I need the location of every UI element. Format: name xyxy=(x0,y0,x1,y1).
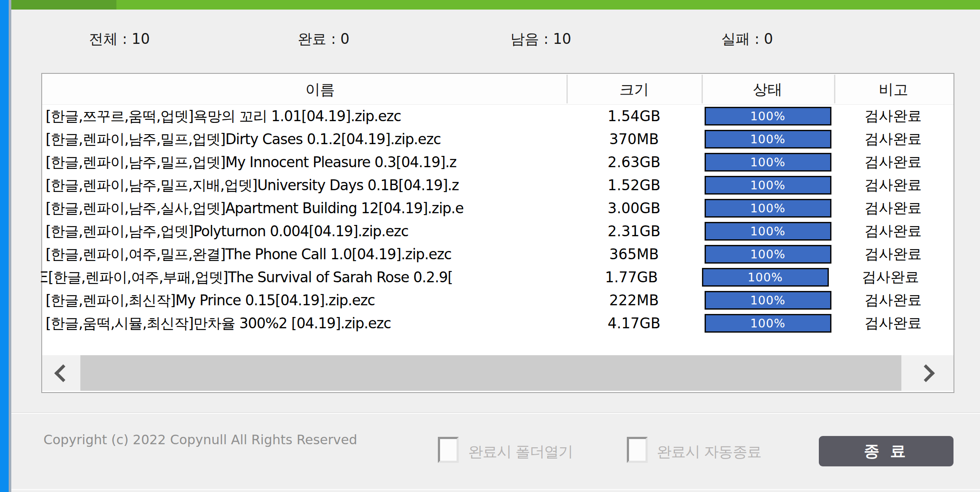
file-name: [한글,움떡,시뮬,최신작]만차율 300%2 [04.19].zip.ezc xyxy=(42,312,566,335)
list-header: 이름 크기 상태 비고 xyxy=(42,74,954,105)
stat-total: 전체 : 10 xyxy=(89,30,150,49)
column-header-note[interactable]: 비고 xyxy=(879,80,908,100)
file-name: [한글,렌파이,남주,밀프,지배,업뎃]University Days 0.1B… xyxy=(42,174,566,197)
progress-bar: 100% xyxy=(705,245,831,264)
file-name: [한글,렌파이,남주,밀프,업뎃]Dirty Cases 0.1.2[04.19… xyxy=(42,128,566,151)
file-status: 100% xyxy=(702,153,834,172)
file-status: 100% xyxy=(702,222,834,241)
file-note: 검사완료 xyxy=(831,267,950,287)
header-divider xyxy=(834,75,835,103)
file-size: 370MB xyxy=(566,131,702,148)
file-name: [한글,렌파이,여주,밀프,완결]The Phone Call 1.0[04.1… xyxy=(42,243,566,266)
header-divider xyxy=(702,75,703,103)
progress-percent: 100% xyxy=(750,132,785,146)
close-button[interactable]: 종 료 xyxy=(819,436,954,466)
chevron-left-icon xyxy=(54,364,72,382)
file-name: [한글,렌파이,최신작]My Prince 0.15[04.19].zip.ez… xyxy=(42,289,566,312)
file-size: 222MB xyxy=(566,292,702,309)
stat-failed: 실패 : 0 xyxy=(721,30,773,49)
copyright-text: Copyright (c) 2022 Copynull All Rights R… xyxy=(43,432,357,447)
chevron-right-icon xyxy=(917,364,934,382)
table-row[interactable]: [한글,움떡,시뮬,최신작]만차율 300%2 [04.19].zip.ezc … xyxy=(42,312,954,335)
progress-bar: 100% xyxy=(705,314,831,333)
table-row[interactable]: [한글,렌파이,남주,밀프,지배,업뎃]University Days 0.1B… xyxy=(42,174,954,197)
scrollbar-thumb[interactable] xyxy=(80,355,901,391)
file-note: 검사완료 xyxy=(834,106,952,126)
stat-complete: 완료 : 0 xyxy=(298,30,349,49)
file-note: 검사완료 xyxy=(834,175,952,195)
progress-percent: 100% xyxy=(750,109,785,123)
column-header-name[interactable]: 이름 xyxy=(305,80,335,100)
file-name: [한글,렌파이,남주,밀프,업뎃]My Innocent Pleasure 0.… xyxy=(42,151,566,174)
table-row[interactable]: Ξ[한글,렌파이,여주,부패,업뎃]The Survival of Sarah … xyxy=(42,266,954,289)
footer-separator-highlight xyxy=(11,413,980,414)
file-status: 100% xyxy=(702,314,834,333)
file-note: 검사완료 xyxy=(834,221,952,241)
progress-percent: 100% xyxy=(750,317,785,330)
file-note: 검사완료 xyxy=(834,244,952,264)
scroll-right-button[interactable] xyxy=(901,355,954,391)
table-row[interactable]: [한글,렌파이,남주,밀프,업뎃]My Innocent Pleasure 0.… xyxy=(42,151,954,174)
file-name: [한글,쯔꾸르,움떡,업뎃]욕망의 꼬리 1.01[04.19].zip.ezc xyxy=(42,105,566,128)
table-row[interactable]: [한글,렌파이,남주,업뎃]Polyturnon 0.004[04.19].zi… xyxy=(42,220,954,243)
header-divider xyxy=(566,75,568,103)
file-status: 100% xyxy=(702,245,834,264)
progress-percent: 100% xyxy=(750,201,785,215)
file-status: 100% xyxy=(702,199,834,218)
table-row[interactable]: [한글,렌파이,남주,실사,업뎃]Apartment Building 12[0… xyxy=(42,197,954,220)
progress-percent: 100% xyxy=(750,155,785,169)
file-note: 검사완료 xyxy=(834,314,952,333)
file-size: 3.00GB xyxy=(566,200,702,217)
progress-percent: 100% xyxy=(748,271,783,284)
file-status: 100% xyxy=(702,107,834,125)
file-name: [한글,렌파이,남주,실사,업뎃]Apartment Building 12[0… xyxy=(42,197,566,220)
progress-bar: 100% xyxy=(705,222,831,241)
progress-percent: 100% xyxy=(750,294,785,307)
file-status: 100% xyxy=(702,291,834,310)
progress-bar: 100% xyxy=(705,199,831,218)
file-size: 2.31GB xyxy=(566,223,702,240)
auto-close-checkbox-label[interactable]: 완료시 자동종료 xyxy=(657,442,761,462)
file-note: 검사완료 xyxy=(834,198,952,218)
horizontal-scrollbar[interactable] xyxy=(42,355,954,391)
file-status: 100% xyxy=(702,176,834,195)
file-size: 4.17GB xyxy=(566,315,702,332)
window-bottom-edge xyxy=(11,489,980,490)
progress-bar: 100% xyxy=(705,153,831,172)
background-window-edge xyxy=(0,0,9,492)
file-note: 검사완료 xyxy=(834,152,952,172)
title-bar-progress-segment xyxy=(11,0,116,10)
progress-bar: 100% xyxy=(705,176,831,195)
scroll-left-button[interactable] xyxy=(42,355,80,391)
auto-close-checkbox[interactable] xyxy=(627,437,648,463)
file-size: 1.54GB xyxy=(566,108,702,125)
table-row[interactable]: [한글,쯔꾸르,움떡,업뎃]욕망의 꼬리 1.01[04.19].zip.ezc… xyxy=(42,105,954,128)
file-size: 1.52GB xyxy=(566,177,702,194)
progress-percent: 100% xyxy=(750,178,785,192)
file-size: 365MB xyxy=(566,246,702,263)
file-size: 1.77GB xyxy=(564,269,699,286)
title-bar[interactable] xyxy=(11,0,980,10)
file-name: Ξ[한글,렌파이,여주,부패,업뎃]The Survival of Sarah … xyxy=(40,266,564,289)
progress-percent: 100% xyxy=(750,225,785,238)
open-folder-checkbox-label[interactable]: 완료시 폴더열기 xyxy=(468,442,573,462)
progress-bar: 100% xyxy=(702,268,829,287)
file-name: [한글,렌파이,남주,업뎃]Polyturnon 0.004[04.19].zi… xyxy=(42,220,566,243)
file-note: 검사완료 xyxy=(834,291,952,310)
table-row[interactable]: [한글,렌파이,여주,밀프,완결]The Phone Call 1.0[04.1… xyxy=(42,243,954,266)
window-border-line xyxy=(9,0,11,492)
progress-bar: 100% xyxy=(705,107,831,125)
table-row[interactable]: [한글,렌파이,최신작]My Prince 0.15[04.19].zip.ez… xyxy=(42,289,954,312)
file-rows: [한글,쯔꾸르,움떡,업뎃]욕망의 꼬리 1.01[04.19].zip.ezc… xyxy=(42,105,954,335)
stat-remaining: 남음 : 10 xyxy=(510,30,571,49)
table-row[interactable]: [한글,렌파이,남주,밀프,업뎃]Dirty Cases 0.1.2[04.19… xyxy=(42,128,954,151)
progress-bar: 100% xyxy=(705,130,831,149)
app-window: 전체 : 10 완료 : 0 남음 : 10 실패 : 0 이름 크기 상태 비… xyxy=(0,0,980,492)
file-status: 100% xyxy=(699,268,831,287)
column-header-size[interactable]: 크기 xyxy=(619,80,649,100)
open-folder-checkbox[interactable] xyxy=(438,437,459,463)
file-size: 2.63GB xyxy=(566,154,702,171)
file-list: 이름 크기 상태 비고 [한글,쯔꾸르,움떡,업뎃]욕망의 꼬리 1.01[04… xyxy=(41,73,954,393)
progress-percent: 100% xyxy=(750,248,785,261)
column-header-status[interactable]: 상태 xyxy=(753,80,782,100)
